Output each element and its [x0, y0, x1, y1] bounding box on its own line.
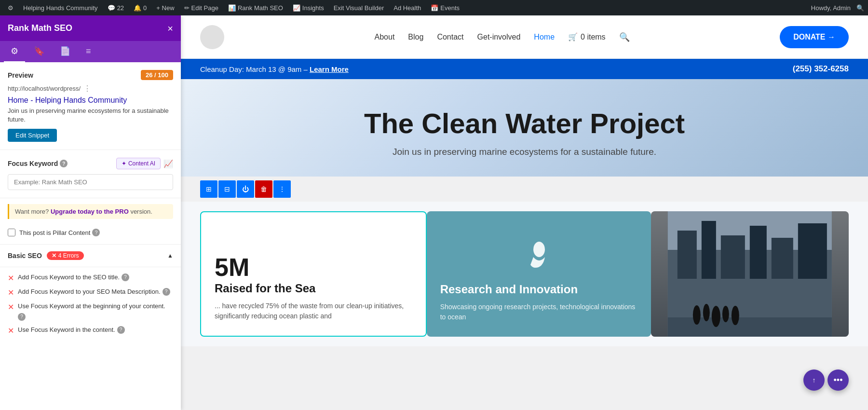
photo-card: [651, 211, 849, 337]
research-card: Research and Innovation Showcasing ongoi…: [427, 211, 651, 337]
admin-bar: ⚙ Helping Hands Community 💬 22 🔔 0 + New…: [0, 0, 868, 15]
updates-count: 0: [143, 4, 147, 12]
vb-tool-grid[interactable]: ⊞: [200, 180, 217, 198]
admin-user-area: Howdy, Admin 🔍: [811, 4, 864, 12]
seo-error-help-2[interactable]: ?: [163, 288, 170, 296]
trend-button[interactable]: 📈: [163, 159, 173, 168]
pillar-help-icon[interactable]: ?: [92, 229, 100, 236]
tab-general[interactable]: ⚙: [4, 41, 25, 62]
site-name-text: Helping Hands Community: [23, 4, 98, 12]
content-ai-label: Content AI: [128, 160, 155, 167]
svg-rect-4: [678, 231, 697, 279]
rank-math-seo-button[interactable]: 📊 Rank Math SEO: [224, 0, 287, 15]
ad-health-label: Ad Health: [393, 4, 421, 12]
panel-close-button[interactable]: ×: [167, 24, 173, 33]
search-icon[interactable]: 🔍: [856, 4, 864, 12]
stats-card: 5M Raised for the Sea ... have recycled …: [200, 211, 427, 337]
seo-error-help-1[interactable]: ?: [122, 273, 129, 281]
stats-title: Raised for the Sea: [215, 282, 412, 295]
ad-health-button[interactable]: Ad Health: [390, 0, 425, 15]
preview-url-row: http://localhost/wordpress/ ⋮: [8, 84, 173, 93]
basic-seo-header[interactable]: Basic SEO ✕ 4 Errors ▲: [0, 245, 181, 267]
svg-point-12: [703, 304, 710, 321]
nav-about[interactable]: About: [375, 33, 395, 41]
svg-point-14: [722, 306, 729, 322]
hero-subtitle: Join us in preserving marine ecosystems …: [200, 147, 849, 157]
seo-error-text-4: Use Focus Keyword in the content. ?: [18, 326, 125, 334]
svg-point-0: [533, 242, 545, 257]
rank-math-icon: 📊: [228, 4, 236, 12]
site-name[interactable]: Helping Hands Community: [19, 0, 102, 15]
error-icon-2: ✕: [8, 288, 14, 297]
tab-schema[interactable]: 🔖: [27, 41, 51, 62]
vb-tool-more[interactable]: ⋮: [273, 180, 291, 198]
exit-vb-button[interactable]: Exit Visual Builder: [330, 0, 388, 15]
collapse-arrow-icon[interactable]: ▲: [167, 252, 173, 259]
preview-title[interactable]: Home - Helping Hands Community: [8, 96, 173, 105]
preview-score: 26 / 100: [141, 70, 173, 80]
nav-contact[interactable]: Contact: [437, 33, 463, 41]
site-logo[interactable]: [200, 25, 224, 49]
events-button[interactable]: 📅 Events: [427, 0, 463, 15]
content-ai-button[interactable]: ✦ Content AI: [116, 158, 161, 169]
comments-icon: 💬: [108, 4, 115, 12]
insights-button[interactable]: 📈 Insights: [289, 0, 328, 15]
nav-home[interactable]: Home: [534, 33, 555, 41]
comments-button[interactable]: 💬 22: [104, 0, 128, 15]
vb-toolbar: ⊞ ⊟ ⏻ 🗑 ⋮: [181, 180, 868, 198]
new-button[interactable]: + New: [152, 0, 178, 15]
hero-title: The Clean Water Project: [200, 108, 849, 139]
updates-icon: 🔔: [134, 4, 141, 12]
donate-button[interactable]: DONATE →: [780, 26, 849, 48]
error-icon-3: ✕: [8, 302, 14, 312]
error-count: 4 Errors: [58, 252, 79, 259]
seo-error-1: ✕ Add Focus Keyword to the SEO title. ?: [8, 273, 173, 283]
upgrade-link[interactable]: Upgrade today to the PRO: [51, 208, 129, 215]
seo-error-4: ✕ Use Focus Keyword in the content. ?: [8, 326, 173, 335]
edit-snippet-button[interactable]: Edit Snippet: [8, 129, 57, 142]
cart-count: 0 items: [581, 33, 606, 41]
upgrade-text: Want more?: [15, 208, 49, 215]
seo-error-help-4[interactable]: ?: [117, 326, 125, 334]
updates-button[interactable]: 🔔 0: [130, 0, 150, 15]
focus-keyword-help-icon[interactable]: ?: [60, 160, 68, 167]
comments-count: 22: [117, 4, 124, 12]
upgrade-banner: Want more? Upgrade today to the PRO vers…: [8, 204, 173, 219]
tab-social[interactable]: 📄: [53, 41, 77, 62]
seo-error-help-3[interactable]: ?: [18, 313, 26, 321]
content-ai-icon: ✦: [122, 160, 126, 167]
search-icon[interactable]: 🔍: [619, 32, 630, 42]
nav-get-involved[interactable]: Get-involved: [477, 33, 521, 41]
basic-seo-label: Basic SEO: [8, 252, 42, 260]
focus-keyword-input[interactable]: [8, 174, 173, 190]
preview-url-dots[interactable]: ⋮: [83, 84, 91, 93]
wp-icon: ⚙: [8, 4, 14, 12]
edit-page-button[interactable]: ✏ Edit Page: [180, 0, 222, 15]
phone-number: (255) 352-6258: [793, 64, 849, 74]
howdy-text: Howdy, Admin: [811, 4, 851, 12]
announcement-text: Cleanup Day: March 13 @ 9am – Learn More: [200, 65, 349, 73]
nav-blog[interactable]: Blog: [408, 33, 423, 41]
vb-tool-delete[interactable]: 🗑: [255, 180, 272, 198]
stats-number: 5M: [215, 253, 412, 282]
cart-area[interactable]: 🛒 0 items: [568, 32, 606, 41]
rank-math-label: Rank Math SEO: [238, 4, 283, 12]
insights-label: Insights: [302, 4, 324, 12]
floating-badge2[interactable]: ↑: [803, 369, 825, 391]
edit-page-label: Edit Page: [191, 4, 218, 12]
preview-header: Preview 26 / 100: [8, 70, 173, 80]
focus-keyword-section: Focus Keyword ? ✦ Content AI 📈: [0, 150, 181, 198]
wp-logo[interactable]: ⚙: [4, 0, 17, 15]
vb-tool-table[interactable]: ⊟: [218, 180, 236, 198]
learn-more-link[interactable]: Learn More: [310, 65, 349, 73]
floating-badge[interactable]: •••: [827, 369, 849, 391]
focus-keyword-header: Focus Keyword ? ✦ Content AI 📈: [8, 158, 173, 169]
pillar-content-checkbox[interactable]: [8, 229, 15, 236]
svg-rect-5: [702, 221, 716, 279]
panel-title: Rank Math SEO: [8, 23, 72, 33]
vb-tool-power[interactable]: ⏻: [237, 180, 254, 198]
focus-keyword-label: Focus Keyword ?: [8, 160, 68, 167]
events-label: Events: [440, 4, 460, 12]
floating-badge-icon: •••: [834, 375, 843, 385]
tab-advanced[interactable]: ≡: [79, 41, 98, 62]
